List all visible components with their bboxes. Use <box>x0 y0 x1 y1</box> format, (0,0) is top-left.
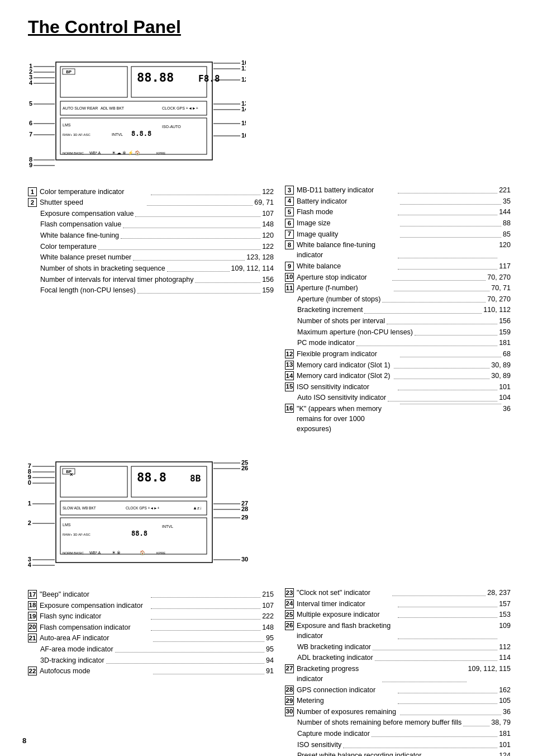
page-number: 8 <box>22 736 26 745</box>
svg-rect-53 <box>56 462 212 563</box>
svg-text:7: 7 <box>29 131 32 138</box>
svg-text:NORM BASIC: NORM BASIC <box>63 551 84 555</box>
svg-text:NORM BASIC: NORM BASIC <box>63 152 84 155</box>
svg-text:WB* A: WB* A <box>89 551 101 555</box>
svg-text:☀ ※: ☀ ※ <box>112 550 121 555</box>
svg-text:WB* A: WB* A <box>89 151 101 155</box>
svg-text:15: 15 <box>241 120 246 126</box>
svg-text:16: 16 <box>241 132 246 139</box>
svg-text:26: 26 <box>241 465 248 471</box>
svg-text:29: 29 <box>241 514 248 521</box>
svg-text:11: 11 <box>241 65 246 72</box>
items-list-left-bottom: 17 "Beep" indicator 215 18 Exposure comp… <box>28 589 274 677</box>
svg-text:88.8: 88.8 <box>137 470 166 484</box>
svg-rect-0 <box>56 62 212 160</box>
svg-text:▲z↓: ▲z↓ <box>193 505 202 511</box>
svg-text:5: 5 <box>29 100 32 107</box>
diagram-bottom: BP X 88.8 8B SLOW ADL WB BKT CLOCK GPS +… <box>28 445 251 585</box>
svg-text:ADL WB BKT: ADL WB BKT <box>101 106 125 110</box>
svg-text:ISO-AUTO: ISO-AUTO <box>162 125 181 129</box>
svg-text:LMS: LMS <box>63 123 71 127</box>
svg-text:RAW+ 3D AF-ASC: RAW+ 3D AF-ASC <box>63 133 91 136</box>
svg-text:CLOCK GPS +◄►+: CLOCK GPS +◄►+ <box>126 506 159 510</box>
svg-text:12: 12 <box>241 76 246 83</box>
svg-text:KPRE: KPRE <box>156 551 165 555</box>
svg-text:8B: 8B <box>190 473 201 484</box>
svg-text:AUTO SLOW REAR: AUTO SLOW REAR <box>63 106 98 110</box>
svg-text:24: 24 <box>28 561 32 568</box>
svg-text:21: 21 <box>28 500 31 507</box>
svg-text:CLOCK GPS +◄►+: CLOCK GPS +◄►+ <box>162 106 198 110</box>
items-list-right-bottom: 23 "Clock not set" indicator 28, 237 24 … <box>285 588 511 756</box>
svg-text:30: 30 <box>241 556 248 563</box>
svg-text:9: 9 <box>29 162 32 168</box>
svg-text:88.8: 88.8 <box>131 530 147 537</box>
item-num-1: 1 <box>28 187 37 196</box>
svg-text:20: 20 <box>28 479 31 486</box>
svg-text:8.8.8: 8.8.8 <box>131 130 151 138</box>
svg-text:28: 28 <box>241 505 248 512</box>
svg-text:88.88: 88.88 <box>137 70 174 84</box>
svg-text:14: 14 <box>241 106 246 112</box>
page-title: The Control Panel <box>28 17 511 37</box>
svg-text:4: 4 <box>29 79 33 86</box>
svg-text:INTVL: INTVL <box>112 133 123 136</box>
svg-text:22: 22 <box>28 519 31 526</box>
svg-text:BP: BP <box>66 70 72 74</box>
svg-text:RAW+ 3D AF-ASC: RAW+ 3D AF-ASC <box>63 533 91 536</box>
svg-text:🏠: 🏠 <box>140 550 145 555</box>
item-num-2: 2 <box>28 198 37 207</box>
items-list-left-top: 1 Color temperature indicator 122 2 Shut… <box>28 187 274 295</box>
svg-text:SLOW ADL WB BKT: SLOW ADL WB BKT <box>63 506 96 510</box>
svg-text:KPRE: KPRE <box>156 152 165 155</box>
svg-text:X: X <box>70 472 73 477</box>
svg-text:F8.8: F8.8 <box>198 73 220 84</box>
svg-text:INTVL: INTVL <box>162 525 173 528</box>
svg-text:6: 6 <box>29 120 32 126</box>
items-list-right-top: 3 MB-D11 battery indicator 221 4 Battery… <box>285 185 511 434</box>
diagram-top: BP 88.88 F8.8 AUTO SLOW REAR ADL WB BKT … <box>28 45 246 182</box>
svg-text:☀ ☁ ※ ⚡ 🏠: ☀ ☁ ※ ⚡ 🏠 <box>112 150 140 155</box>
svg-text:LMS: LMS <box>63 523 71 527</box>
